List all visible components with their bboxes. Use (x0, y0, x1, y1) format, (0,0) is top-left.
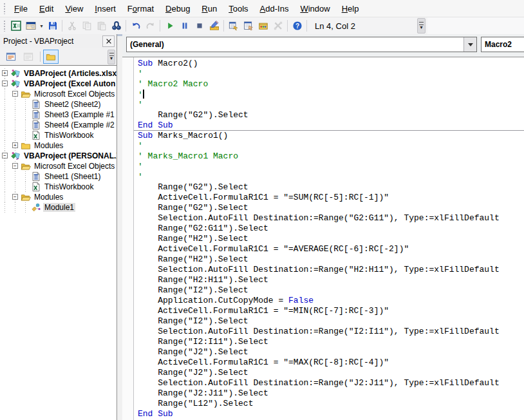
code-line-11[interactable]: ' (138, 162, 524, 172)
paste-button[interactable] (94, 19, 109, 33)
collapse-icon[interactable]: − (12, 194, 18, 200)
copy-button[interactable] (79, 19, 94, 33)
tree-item-microsoft-excel-objects[interactable]: −Microsoft Excel Objects (0, 161, 117, 171)
code-line-27[interactable]: Selection.AutoFill Destination:=Range("I… (138, 327, 524, 337)
menu-format[interactable]: Format (122, 1, 160, 16)
menu-window[interactable]: Window (294, 1, 335, 16)
insert-userform-dropdown-arrow[interactable]: ▾ (38, 19, 45, 33)
code-editor[interactable]: Sub Macro2()'' Macro2 Macro'' Range("G2"… (122, 57, 524, 420)
tree-item-modules[interactable]: +Modules (0, 140, 117, 151)
menu-insert[interactable]: Insert (89, 1, 122, 16)
code-line-17[interactable]: Range("G2:G11").Select (138, 224, 524, 234)
menu-tools[interactable]: Tools (223, 1, 254, 16)
close-button[interactable] (102, 35, 115, 47)
view-microsoft-excel-button[interactable] (8, 19, 23, 33)
dropdown-arrow-icon[interactable] (463, 37, 476, 52)
code-line-30[interactable]: ActiveCell.FormulaR1C1 = "=MAX(RC[-8]:RC… (138, 358, 524, 368)
code-line-19[interactable]: ActiveCell.FormulaR1C1 = "=AVERAGE(RC[-6… (138, 244, 524, 254)
code-line-22[interactable]: Range("H2:H11").Select (138, 275, 524, 285)
code-line-12[interactable]: ' (138, 172, 524, 182)
code-line-32[interactable]: Selection.AutoFill Destination:=Range("J… (138, 378, 524, 388)
insert-userform-button[interactable] (23, 19, 38, 33)
code-text[interactable]: Sub Macro2()'' Macro2 Macro'' Range("G2"… (134, 57, 524, 420)
menu-add-ins[interactable]: Add-Ins (254, 1, 295, 16)
break-button[interactable] (177, 19, 192, 33)
code-line-14[interactable]: ActiveCell.FormulaR1C1 = "=SUM(RC[-5]:RC… (138, 193, 524, 203)
code-line-4[interactable]: ' (138, 90, 524, 100)
menu-edit[interactable]: Edit (33, 1, 59, 16)
toolbar-options-button[interactable]: ▾ (417, 18, 426, 33)
object-browser-button[interactable] (256, 19, 270, 33)
menubar-grip[interactable] (3, 3, 6, 14)
menu-run[interactable]: Run (196, 1, 223, 16)
menu-help[interactable]: Help (336, 1, 365, 16)
code-line-20[interactable]: Range("H2").Select (138, 254, 524, 265)
help-button[interactable]: ? (290, 19, 304, 33)
object-dropdown[interactable]: (General) (126, 37, 477, 52)
run-macro-button[interactable] (162, 19, 177, 33)
code-line-21[interactable]: Selection.AutoFill Destination:=Range("H… (138, 265, 524, 275)
code-line-10[interactable]: ' Marks_Macro1 Macro (138, 151, 524, 162)
code-line-24[interactable]: Application.CutCopyMode = False (138, 296, 524, 306)
menu-file[interactable]: File (8, 1, 33, 16)
project-panel-titlebar[interactable]: Project - VBAProject (0, 34, 117, 48)
code-line-28[interactable]: Range("I2:I11").Select (138, 337, 524, 347)
design-mode-button[interactable] (207, 19, 221, 33)
tree-item-sheet4-example-2[interactable]: Sheet4 (Example #2 (0, 120, 117, 130)
tree-item-sheet1-sheet1[interactable]: Sheet1 (Sheet1) (0, 171, 117, 182)
project-explorer-button[interactable] (226, 19, 241, 33)
code-line-16[interactable]: Selection.AutoFill Destination:=Range("G… (138, 213, 524, 224)
expand-icon[interactable]: + (12, 142, 18, 148)
tree-item-sheet3-example-1[interactable]: Sheet3 (Example #1 (0, 110, 117, 120)
code-line-6[interactable]: Range("G2").Select (138, 110, 524, 120)
code-line-13[interactable]: Range("G2").Select (138, 182, 524, 193)
tree-item-microsoft-excel-objects[interactable]: −Microsoft Excel Objects (0, 89, 117, 99)
code-line-31[interactable]: Range("J2").Select (138, 368, 524, 378)
toolbar-grip[interactable] (3, 21, 6, 32)
collapse-icon[interactable]: − (2, 153, 8, 158)
tree-item-vbaproject-articles-xlsx[interactable]: +VBAProject (Articles.xlsx (0, 68, 117, 79)
save-button[interactable] (45, 19, 60, 33)
find-button[interactable] (109, 19, 124, 33)
view-code-button[interactable] (3, 50, 19, 64)
code-line-5[interactable]: ' (138, 100, 524, 110)
code-line-26[interactable]: Range("I2").Select (138, 316, 524, 327)
code-line-23[interactable]: Range("I2").Select (138, 285, 524, 296)
tree-item-module1[interactable]: Module1 (0, 202, 117, 213)
code-line-7[interactable]: End Sub (138, 120, 524, 131)
reset-button[interactable] (192, 19, 207, 33)
code-line-25[interactable]: ActiveCell.FormulaR1C1 = "=MIN(RC[-7]:RC… (138, 306, 524, 316)
properties-window-button[interactable] (241, 19, 256, 33)
collapse-icon[interactable]: − (2, 81, 8, 86)
tree-item-thisworkbook[interactable]: ThisWorkbook (0, 182, 117, 192)
menu-view[interactable]: View (59, 1, 89, 16)
tree-item-sheet2-sheet2[interactable]: Sheet2 (Sheet2) (0, 99, 117, 110)
code-line-9[interactable]: ' (138, 141, 524, 151)
undo-button[interactable] (128, 19, 143, 33)
expand-icon[interactable]: + (2, 70, 8, 76)
collapse-icon[interactable]: − (12, 91, 18, 97)
view-object-button[interactable] (20, 50, 37, 64)
code-line-35[interactable]: End Sub (138, 409, 524, 419)
code-line-18[interactable]: Range("H2").Select (138, 234, 524, 244)
code-line-15[interactable]: Range("G2").Select (138, 203, 524, 213)
code-line-2[interactable]: ' (138, 69, 524, 79)
tree-item-vbaproject-personal-x[interactable]: −VBAProject (PERSONAL.X (0, 151, 117, 161)
menu-debug[interactable]: Debug (160, 1, 196, 16)
procedure-dropdown[interactable]: Macro2 (481, 37, 524, 52)
panel-toolbar-options-button[interactable]: ▾ (108, 50, 115, 64)
cut-button[interactable] (64, 19, 79, 33)
tree-item-vbaproject-excel-auton[interactable]: −VBAProject (Excel Auton (0, 79, 117, 89)
code-line-34[interactable]: Range("L12").Select (138, 399, 524, 409)
collapse-icon[interactable]: − (12, 163, 18, 169)
tree-item-thisworkbook[interactable]: ThisWorkbook (0, 130, 117, 140)
toggle-folders-button[interactable] (43, 50, 59, 64)
code-line-3[interactable]: ' Macro2 Macro (138, 79, 524, 90)
toolbox-button[interactable] (270, 19, 285, 33)
code-line-8[interactable]: Sub Marks_Macro1() (138, 131, 524, 141)
code-line-1[interactable]: Sub Macro2() (138, 59, 524, 69)
code-line-33[interactable]: Range("J2:J11").Select (138, 388, 524, 399)
tree-item-modules[interactable]: −Modules (0, 192, 117, 202)
redo-button[interactable] (143, 19, 158, 33)
code-line-29[interactable]: Range("J2").Select (138, 347, 524, 358)
